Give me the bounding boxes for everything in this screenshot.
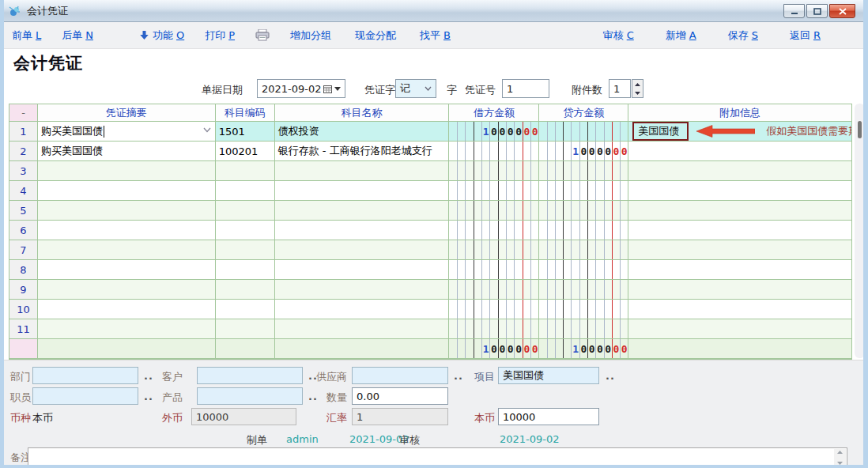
toolbar-cash-alloc-button[interactable]: 现金分配: [355, 28, 399, 43]
row-number[interactable]: 4: [9, 181, 38, 201]
code-cell[interactable]: 1501: [216, 122, 275, 142]
debit-cell[interactable]: [449, 260, 539, 280]
name-cell[interactable]: [275, 221, 450, 240]
name-cell[interactable]: [275, 300, 450, 319]
project-browse-button[interactable]: ..: [606, 370, 615, 382]
info-cell[interactable]: 美国国债 假如美国国债需要期末调汇: [628, 122, 852, 142]
row-number[interactable]: 1: [9, 122, 38, 142]
info-cell[interactable]: [628, 300, 852, 319]
info-value-box[interactable]: 美国国债: [632, 122, 689, 141]
debit-cell[interactable]: [449, 280, 539, 300]
attachment-input[interactable]: 1: [609, 79, 631, 98]
supplier-input[interactable]: [352, 367, 448, 384]
code-cell[interactable]: [216, 319, 275, 339]
summary-cell[interactable]: [38, 260, 216, 280]
qty-input[interactable]: 0.00: [352, 387, 448, 405]
code-cell[interactable]: [216, 201, 275, 221]
name-cell[interactable]: [275, 161, 450, 181]
info-cell[interactable]: [628, 221, 852, 240]
debit-cell[interactable]: [449, 300, 539, 319]
name-cell[interactable]: 银行存款 - 工商银行洛阳老城支行: [275, 142, 450, 161]
summary-cell[interactable]: 购买美国国债: [38, 142, 216, 161]
row-number[interactable]: 7: [9, 240, 38, 260]
toolbar-new-button[interactable]: 新增A: [666, 28, 696, 43]
credit-cell[interactable]: [539, 201, 628, 221]
toolbar-next-button[interactable]: 后单N: [62, 28, 93, 43]
code-cell[interactable]: [216, 280, 275, 300]
name-cell[interactable]: [275, 319, 450, 339]
dept-input[interactable]: [32, 367, 138, 384]
info-cell[interactable]: [628, 161, 852, 181]
note-scrollbar[interactable]: [834, 449, 846, 466]
name-cell[interactable]: [275, 201, 450, 221]
summary-cell[interactable]: [38, 300, 216, 319]
summary-cell[interactable]: [38, 161, 216, 181]
staff-browse-button[interactable]: ..: [144, 391, 153, 402]
toolbar-prev-button[interactable]: 前单L: [12, 28, 41, 43]
dept-browse-button[interactable]: ..: [144, 370, 153, 382]
summary-cell[interactable]: [38, 221, 216, 240]
debit-cell[interactable]: [449, 142, 539, 161]
row-number[interactable]: 9: [9, 280, 38, 300]
name-cell[interactable]: [275, 240, 450, 260]
code-cell[interactable]: 100201: [216, 142, 275, 161]
debit-cell[interactable]: 1000000: [449, 122, 539, 142]
code-cell[interactable]: [216, 221, 275, 240]
name-cell[interactable]: [275, 280, 450, 300]
note-textarea[interactable]: [28, 447, 847, 468]
credit-cell[interactable]: [539, 122, 628, 142]
row-number[interactable]: 11: [9, 319, 38, 339]
debit-cell[interactable]: [449, 221, 539, 240]
maximize-button[interactable]: [806, 4, 828, 18]
date-input[interactable]: 2021-09-02: [257, 79, 345, 98]
supplier-browse-button[interactable]: ..: [454, 370, 463, 382]
credit-cell[interactable]: [539, 319, 628, 339]
local-currency-input[interactable]: 10000: [498, 408, 599, 425]
toolbar-save-button[interactable]: 保存S: [728, 28, 758, 43]
info-cell[interactable]: [628, 142, 852, 161]
credit-cell[interactable]: [539, 181, 628, 201]
chevron-down-icon[interactable]: [203, 127, 211, 133]
attachment-spinner[interactable]: [632, 79, 643, 98]
toolbar-print-button[interactable]: 打印P: [205, 28, 235, 43]
info-cell[interactable]: [628, 240, 852, 260]
summary-cell-edit[interactable]: 购买美国国债: [38, 122, 216, 142]
debit-cell[interactable]: [449, 201, 539, 221]
toolbar-balance-button[interactable]: 找平B: [420, 28, 451, 43]
row-number[interactable]: 10: [9, 300, 38, 319]
toolbar-printer-icon-button[interactable]: [255, 29, 270, 41]
voucher-number-input[interactable]: 1: [502, 79, 549, 98]
project-input[interactable]: 美国国债: [498, 367, 599, 384]
summary-cell[interactable]: [38, 201, 216, 221]
minimize-button[interactable]: [783, 4, 805, 18]
debit-cell[interactable]: [449, 240, 539, 260]
close-button[interactable]: [829, 4, 855, 18]
row-number[interactable]: 2: [9, 142, 38, 161]
credit-cell[interactable]: [539, 300, 628, 319]
debit-cell[interactable]: [449, 319, 539, 339]
summary-cell[interactable]: [38, 319, 216, 339]
summary-cell[interactable]: [38, 280, 216, 300]
code-cell[interactable]: [216, 300, 275, 319]
toolbar-return-button[interactable]: 返回R: [790, 28, 821, 43]
credit-cell[interactable]: [539, 240, 628, 260]
toolbar-add-group-button[interactable]: 增加分组: [290, 28, 334, 43]
info-cell[interactable]: [628, 280, 852, 300]
code-cell[interactable]: [216, 181, 275, 201]
info-cell[interactable]: [628, 319, 852, 339]
name-cell[interactable]: [275, 181, 450, 201]
code-cell[interactable]: [216, 161, 275, 181]
scrollbar-thumb[interactable]: [858, 121, 862, 138]
name-cell[interactable]: 债权投资: [275, 122, 450, 142]
row-number[interactable]: 5: [9, 201, 38, 221]
product-browse-button[interactable]: ..: [308, 391, 318, 402]
summary-cell[interactable]: [38, 181, 216, 201]
code-cell[interactable]: [216, 240, 275, 260]
credit-cell[interactable]: [539, 280, 628, 300]
debit-cell[interactable]: [449, 161, 539, 181]
debit-cell[interactable]: [449, 181, 539, 201]
grid-vertical-scrollbar[interactable]: [855, 104, 865, 358]
info-cell[interactable]: [628, 181, 852, 201]
info-cell[interactable]: [628, 260, 852, 280]
code-cell[interactable]: [216, 260, 275, 280]
